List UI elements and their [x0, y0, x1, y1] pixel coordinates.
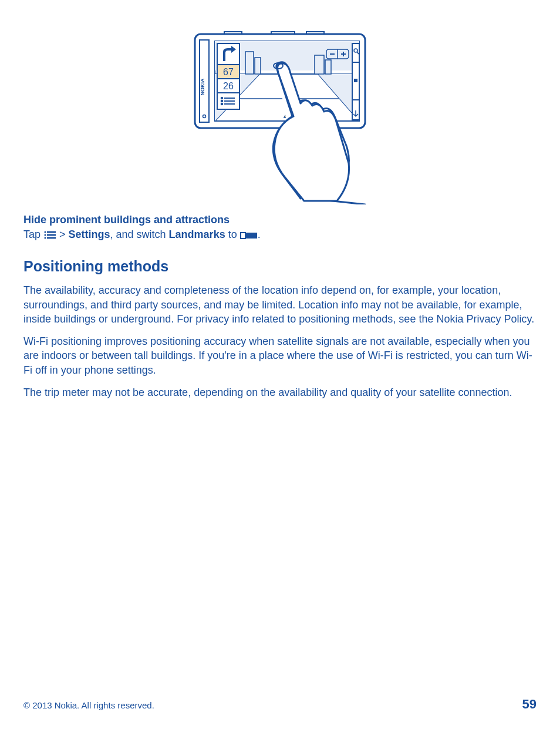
instruction-landmarks: Landmarks: [169, 229, 225, 240]
body-paragraph-2: Wi-Fi positioning improves positioning a…: [23, 334, 537, 377]
svg-rect-43: [47, 234, 56, 236]
toggle-off-icon: [240, 231, 258, 240]
instruction-to: to: [225, 229, 240, 240]
body-paragraph-1: The availability, accuracy and completen…: [23, 283, 537, 326]
instruction-chevron: >: [56, 229, 69, 240]
instruction-text-tap: Tap: [23, 229, 43, 240]
svg-rect-46: [241, 233, 245, 239]
svg-point-24: [221, 100, 223, 102]
footer-copyright: © 2013 Nokia. All rights reserved.: [23, 700, 154, 710]
svg-point-42: [44, 234, 46, 236]
svg-point-22: [221, 98, 223, 99]
svg-rect-18: [217, 43, 239, 65]
svg-rect-2: [271, 32, 295, 34]
svg-rect-41: [47, 231, 56, 233]
svg-rect-47: [245, 233, 257, 239]
instruction-settings: Settings: [69, 229, 110, 240]
manual-page: NOKIA: [0, 0, 560, 739]
page-footer: © 2013 Nokia. All rights reserved. 59: [23, 697, 537, 712]
svg-point-40: [44, 231, 46, 233]
svg-rect-13: [245, 52, 254, 74]
nav-value-bottom: 26: [223, 81, 234, 91]
svg-rect-33: [354, 79, 357, 82]
instruction-line: Tap > Settings, and switch Landmarks to …: [23, 227, 537, 241]
svg-rect-1: [224, 32, 242, 34]
section-heading: Positioning methods: [23, 258, 537, 275]
svg-rect-15: [315, 55, 324, 74]
illustration-container: NOKIA: [23, 28, 537, 204]
nav-value-top: 67: [223, 67, 234, 77]
phone-navigation-illustration: NOKIA: [189, 28, 371, 204]
svg-rect-3: [306, 32, 324, 34]
footer-page-number: 59: [522, 697, 537, 712]
phone-brand-text: NOKIA: [200, 78, 205, 96]
svg-rect-14: [255, 58, 261, 74]
body-paragraph-3: The trip meter may not be accurate, depe…: [23, 385, 537, 399]
svg-point-26: [221, 103, 223, 105]
instruction-middle: , and switch: [110, 229, 169, 240]
svg-rect-16: [325, 60, 331, 74]
instruction-period: .: [258, 229, 261, 240]
svg-rect-45: [47, 237, 56, 239]
menu-list-icon: [43, 230, 56, 240]
subsection-heading: Hide prominent buildings and attractions: [23, 214, 537, 226]
svg-point-44: [44, 237, 46, 239]
